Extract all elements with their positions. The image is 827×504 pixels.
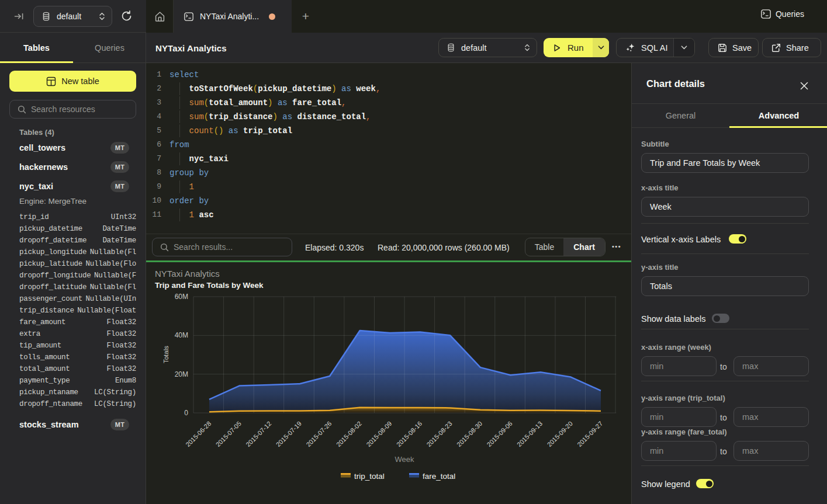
svg-text:2015-07-19: 2015-07-19: [275, 420, 303, 448]
svg-text:Totals: Totals: [162, 346, 169, 363]
svg-text:2015-08-02: 2015-08-02: [335, 420, 363, 448]
svg-text:2015-09-20: 2015-09-20: [546, 420, 574, 448]
svg-text:40M: 40M: [175, 331, 188, 339]
svg-text:Week: Week: [395, 455, 414, 464]
svg-text:2015-09-27: 2015-09-27: [576, 420, 604, 448]
svg-text:2015-08-23: 2015-08-23: [425, 420, 453, 448]
svg-text:60M: 60M: [175, 293, 188, 301]
svg-text:20M: 20M: [175, 370, 188, 378]
svg-text:2015-07-26: 2015-07-26: [304, 420, 333, 448]
svg-text:fare_total: fare_total: [423, 472, 455, 481]
svg-text:NYTaxi Analytics: NYTaxi Analytics: [155, 269, 220, 279]
svg-text:2015-09-06: 2015-09-06: [486, 420, 514, 448]
svg-text:2015-08-30: 2015-08-30: [455, 420, 483, 448]
svg-text:2015-09-13: 2015-09-13: [515, 420, 544, 448]
svg-text:0: 0: [184, 409, 188, 417]
svg-text:2015-06-28: 2015-06-28: [184, 420, 212, 448]
svg-text:trip_total: trip_total: [354, 472, 385, 481]
svg-text:2015-08-09: 2015-08-09: [365, 420, 393, 448]
svg-text:2015-08-16: 2015-08-16: [395, 420, 423, 448]
svg-text:2015-07-05: 2015-07-05: [214, 420, 243, 448]
svg-text:Trip and Fare Totals by Week: Trip and Fare Totals by Week: [155, 281, 264, 290]
svg-text:2015-07-12: 2015-07-12: [244, 420, 272, 448]
